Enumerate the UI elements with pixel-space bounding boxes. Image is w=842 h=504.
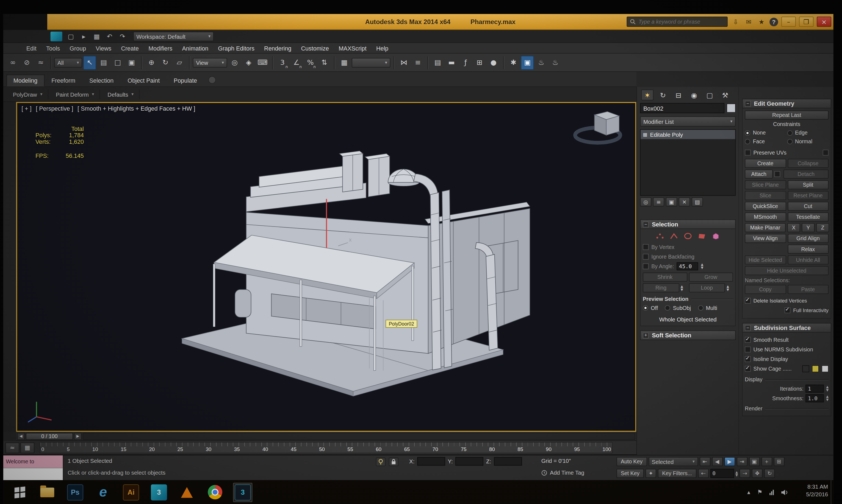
action-center-icon[interactable]: ⚑ bbox=[757, 489, 762, 496]
selection-rollout-header[interactable]: −Selection bbox=[640, 219, 736, 229]
collapse-button[interactable]: Collapse bbox=[788, 159, 828, 168]
open-file-icon[interactable]: ▸ bbox=[78, 31, 89, 41]
illustrator-icon[interactable]: Ai bbox=[121, 483, 141, 502]
border-subobject-icon[interactable] bbox=[684, 232, 692, 240]
full-interactivity-checkbox[interactable] bbox=[785, 307, 790, 313]
preview-multi-radio[interactable] bbox=[698, 305, 703, 311]
repeat-last-button[interactable]: Repeat Last bbox=[745, 111, 828, 120]
listener-macro-row[interactable]: Welcome to bbox=[3, 455, 63, 468]
pan-view-icon[interactable]: ✥ bbox=[752, 469, 762, 478]
zoom-icon[interactable]: ＋ bbox=[761, 457, 772, 466]
create-tab-icon[interactable]: ✶ bbox=[641, 89, 653, 100]
undo-icon[interactable]: ↶ bbox=[104, 31, 115, 41]
percent-snap-icon[interactable]: %n bbox=[304, 55, 317, 69]
subscription-icon[interactable]: ⇩ bbox=[731, 17, 741, 26]
communication-center-icon[interactable]: ✉ bbox=[744, 17, 753, 26]
attach-settings-icon[interactable] bbox=[774, 171, 780, 177]
select-and-move-icon[interactable]: ⊕ bbox=[145, 55, 158, 69]
snaps-toggle-icon[interactable]: 3n bbox=[276, 55, 289, 69]
file-explorer-icon[interactable] bbox=[38, 483, 57, 502]
menu-maxscript[interactable]: MAXScript bbox=[334, 43, 372, 53]
menu-tools[interactable]: Tools bbox=[41, 43, 65, 53]
start-button[interactable] bbox=[11, 483, 29, 501]
ring-spinner[interactable]: ▲▼ bbox=[681, 283, 687, 292]
ribbon-tab-object-paint[interactable]: Object Paint bbox=[121, 75, 167, 87]
material-editor-icon[interactable]: ● bbox=[487, 55, 500, 69]
iterations-spinner[interactable]: ▲▼ bbox=[826, 385, 828, 392]
trackbar-ruler[interactable]: 0510152025303540455055606570758085909510… bbox=[40, 442, 613, 453]
msmooth-button[interactable]: MSmooth bbox=[745, 213, 786, 221]
grow-button[interactable]: Grow bbox=[689, 273, 733, 282]
search-input[interactable] bbox=[638, 19, 724, 24]
orbit-view-icon[interactable]: ↻ bbox=[764, 469, 775, 478]
current-frame-field[interactable] bbox=[710, 469, 734, 478]
ribbon-toggle-icon[interactable]: ▬ bbox=[445, 55, 458, 69]
slice-button[interactable]: Slice bbox=[745, 191, 786, 200]
menu-edit[interactable]: Edit bbox=[21, 43, 41, 53]
soft-selection-rollout-header[interactable]: +Soft Selection bbox=[640, 330, 736, 340]
select-and-scale-icon[interactable]: ▱ bbox=[173, 55, 186, 69]
photoshop-icon[interactable]: Ps bbox=[65, 483, 85, 502]
minimize-button[interactable]: – bbox=[781, 17, 796, 27]
ribbon-panel-paint-deform[interactable]: Paint Deform▾ bbox=[51, 89, 100, 99]
save-file-icon[interactable]: ▦ bbox=[91, 31, 102, 41]
make-unique-icon[interactable]: ▣ bbox=[666, 197, 677, 206]
preview-off-radio[interactable] bbox=[643, 305, 648, 311]
key-mode-dropdown[interactable]: Selected▾ bbox=[649, 457, 698, 466]
constraint-normal-radio[interactable] bbox=[787, 139, 792, 144]
shrink-button[interactable]: Shrink bbox=[643, 273, 687, 282]
slice-plane-button[interactable]: Slice Plane bbox=[745, 180, 786, 190]
viewcube[interactable] bbox=[572, 107, 631, 150]
by-vertex-checkbox[interactable] bbox=[643, 244, 649, 250]
spinner-snap-icon[interactable]: ⇅ bbox=[318, 55, 331, 69]
display-tab-icon[interactable]: ▢ bbox=[704, 89, 716, 100]
ribbon-tab-modeling[interactable]: Modeling bbox=[6, 75, 44, 87]
attach-button[interactable]: Attach bbox=[745, 169, 773, 178]
select-and-rotate-icon[interactable]: ↻ bbox=[159, 55, 172, 69]
coordinate-system-dropdown[interactable]: View▾ bbox=[193, 58, 227, 67]
align-icon[interactable]: ≡ bbox=[411, 55, 424, 69]
ring-button[interactable]: Ring bbox=[643, 283, 679, 292]
selection-lock-icon[interactable] bbox=[389, 457, 398, 466]
next-key-button[interactable]: ⇢ bbox=[739, 469, 750, 478]
perspective-viewport[interactable]: x [ + ] [ Perspective ] [ Smooth + Highl… bbox=[16, 102, 636, 432]
by-angle-field[interactable] bbox=[677, 262, 698, 270]
maximize-viewport-toggle-icon[interactable]: ⊞ bbox=[774, 457, 784, 466]
planar-z-button[interactable]: Z bbox=[816, 223, 829, 232]
grid-align-button[interactable]: Grid Align bbox=[788, 234, 828, 243]
previous-key-button[interactable]: ⇠ bbox=[698, 469, 709, 478]
smooth-result-checkbox[interactable] bbox=[745, 337, 751, 342]
menu-modifiers[interactable]: Modifiers bbox=[144, 43, 177, 53]
show-cage-checkbox[interactable] bbox=[745, 366, 751, 372]
menu-graph-editors[interactable]: Graph Editors bbox=[213, 43, 259, 53]
select-object-icon[interactable]: ↖ bbox=[83, 55, 96, 69]
reset-plane-button[interactable]: Reset Plane bbox=[788, 191, 828, 200]
rendered-frame-window-icon[interactable]: ▣ bbox=[521, 55, 534, 69]
go-to-start-button[interactable]: ⇤ bbox=[699, 457, 710, 466]
application-menu-icon[interactable] bbox=[51, 31, 63, 41]
edit-geometry-rollout-header[interactable]: −Edit Geometry bbox=[742, 99, 831, 108]
polygon-subobject-icon[interactable] bbox=[698, 232, 706, 240]
layer-manager-icon[interactable]: ▤ bbox=[431, 55, 444, 69]
next-frame-arrow[interactable]: ▶ bbox=[74, 433, 82, 439]
isolate-selection-icon[interactable] bbox=[376, 457, 385, 466]
menu-group[interactable]: Group bbox=[65, 43, 91, 53]
viewport-menu-general[interactable]: [ + ] bbox=[21, 105, 31, 111]
loop-button[interactable]: Loop bbox=[689, 283, 725, 292]
modify-tab-icon[interactable]: ↻ bbox=[657, 89, 669, 100]
new-scene-icon[interactable]: ▢ bbox=[65, 31, 76, 41]
ribbon-tab-selection[interactable]: Selection bbox=[82, 75, 120, 87]
menu-views[interactable]: Views bbox=[91, 43, 116, 53]
selection-region-icon[interactable]: □ bbox=[111, 55, 124, 69]
utilities-tab-icon[interactable]: ⚒ bbox=[719, 89, 732, 100]
preserve-uvs-settings-icon[interactable] bbox=[823, 149, 828, 155]
set-key-button[interactable]: Set Key bbox=[616, 469, 644, 478]
planar-y-button[interactable]: Y bbox=[802, 223, 814, 232]
favorites-icon[interactable]: ★ bbox=[757, 17, 766, 26]
internet-explorer-icon[interactable]: e bbox=[93, 483, 113, 502]
stack-item-editable-poly[interactable]: ▦ Editable Poly bbox=[640, 130, 735, 140]
network-icon[interactable] bbox=[770, 489, 774, 495]
use-nurms-checkbox[interactable] bbox=[745, 346, 751, 352]
view-align-button[interactable]: View Align bbox=[745, 234, 786, 243]
object-color-swatch[interactable] bbox=[726, 104, 736, 112]
